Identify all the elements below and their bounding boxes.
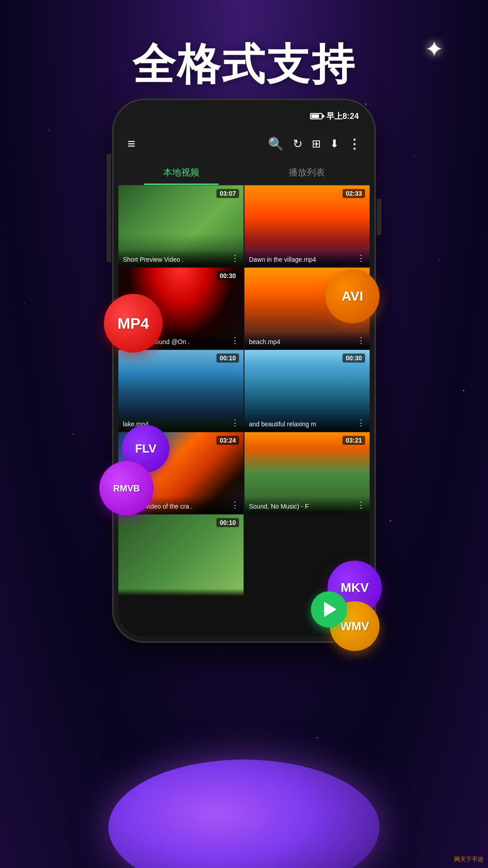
video-info-4: beach.mp4 ⋮ <box>244 332 370 349</box>
video-menu-7[interactable]: ⋮ <box>231 500 239 510</box>
format-bubble-mp4: MP4 <box>104 294 163 353</box>
video-duration-8: 03:21 <box>343 436 365 445</box>
video-duration-3: 00:30 <box>216 271 239 280</box>
tab-local-video[interactable]: 本地视频 <box>118 160 244 185</box>
video-name-4: beach.mp4 <box>249 338 355 345</box>
menu-icon[interactable]: ≡ <box>127 136 136 151</box>
video-duration-5: 00:10 <box>216 354 239 363</box>
refresh-icon[interactable]: ↻ <box>293 137 303 151</box>
video-grid: 03:07 Short Preview Video . ⋮ 02:33 Dawn… <box>118 185 370 596</box>
battery-icon <box>310 113 323 119</box>
format-bubble-avi: MP4AVI <box>325 269 380 323</box>
video-name-8: Sound, No Music) - F <box>249 503 355 510</box>
video-duration-6: 00:30 <box>343 354 365 363</box>
video-duration-9: 00:10 <box>216 518 239 527</box>
video-name-2: Dawn in the village.mp4 <box>249 256 355 263</box>
video-name-1: Short Preview Video . <box>123 256 229 263</box>
tab-playlist[interactable]: 播放列表 <box>244 160 370 185</box>
video-item-5[interactable]: 00:10 lake.mp4 ⋮ <box>118 350 244 431</box>
search-icon[interactable]: 🔍 <box>268 137 284 151</box>
video-info-8: Sound, No Music) - F ⋮ <box>244 496 370 514</box>
status-bar: 早上8:24 <box>118 105 370 127</box>
video-duration-7: 03:24 <box>216 436 239 445</box>
format-bubble-rmvb: RMVB <box>99 461 154 515</box>
status-time: 早上8:24 <box>326 111 359 122</box>
video-menu-4[interactable]: ⋮ <box>357 335 365 345</box>
video-item-6[interactable]: 00:30 and beautiful relaxing m ⋮ <box>244 350 370 431</box>
download-icon[interactable]: ⬇ <box>330 137 339 150</box>
main-title: 全格式支持 <box>0 36 488 94</box>
video-menu-8[interactable]: ⋮ <box>357 500 365 510</box>
phone-outer-shell: 早上8:24 ≡ 🔍 ↻ ⊞ ⬇ ⋮ 本地视频 播放列表 <box>113 99 375 642</box>
video-menu-3[interactable]: ⋮ <box>231 335 239 345</box>
video-info-9 <box>118 589 244 596</box>
video-item-8[interactable]: 03:21 Sound, No Music) - F ⋮ <box>244 432 370 514</box>
grid-icon[interactable]: ⊞ <box>312 137 321 150</box>
tab-bar: 本地视频 播放列表 <box>118 160 370 185</box>
play-fab-button[interactable] <box>311 591 347 627</box>
video-item-9[interactable]: 00:10 <box>118 514 244 596</box>
video-duration-1: 03:07 <box>216 189 239 198</box>
watermark: 网天下手游 <box>454 855 483 863</box>
video-info-6: and beautiful relaxing m ⋮ <box>244 414 370 431</box>
video-info-2: Dawn in the village.mp4 ⋮ <box>244 250 370 267</box>
video-name-6: and beautiful relaxing m <box>249 420 355 428</box>
header-icons-right: 🔍 ↻ ⊞ ⬇ ⋮ <box>268 137 361 151</box>
video-menu-2[interactable]: ⋮ <box>357 253 365 263</box>
app-header: ≡ 🔍 ↻ ⊞ ⬇ ⋮ <box>118 127 370 160</box>
video-item-2[interactable]: 02:33 Dawn in the village.mp4 ⋮ <box>244 185 370 267</box>
video-menu-1[interactable]: ⋮ <box>231 253 239 263</box>
video-grid-container: 03:07 Short Preview Video . ⋮ 02:33 Dawn… <box>118 185 370 637</box>
phone-device: MP4 MP4AVI FLV RMVB MKV WMV 早上8:24 ≡ 🔍 ↻… <box>113 99 375 642</box>
video-duration-2: 02:33 <box>343 189 365 198</box>
video-menu-6[interactable]: ⋮ <box>357 418 365 428</box>
more-options-icon[interactable]: ⋮ <box>348 137 361 151</box>
video-menu-5[interactable]: ⋮ <box>231 418 239 428</box>
video-info-1: Short Preview Video . ⋮ <box>118 250 244 267</box>
video-item-1[interactable]: 03:07 Short Preview Video . ⋮ <box>118 185 244 267</box>
phone-screen: 早上8:24 ≡ 🔍 ↻ ⊞ ⬇ ⋮ 本地视频 播放列表 <box>118 105 370 637</box>
